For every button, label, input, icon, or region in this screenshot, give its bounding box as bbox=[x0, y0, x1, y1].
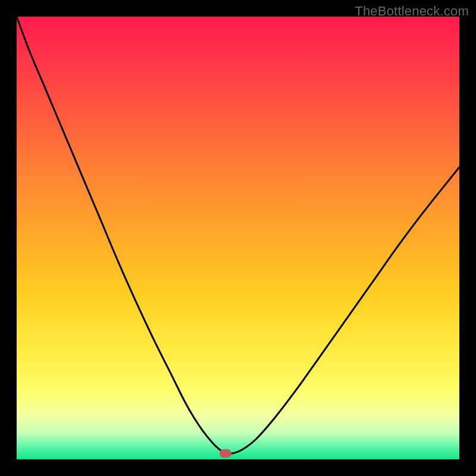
plot-area bbox=[17, 17, 459, 459]
chart-frame: TheBottleneck.com bbox=[0, 0, 476, 476]
minimum-marker bbox=[220, 449, 231, 458]
curve-svg bbox=[17, 17, 459, 459]
bottleneck-curve bbox=[17, 17, 459, 454]
